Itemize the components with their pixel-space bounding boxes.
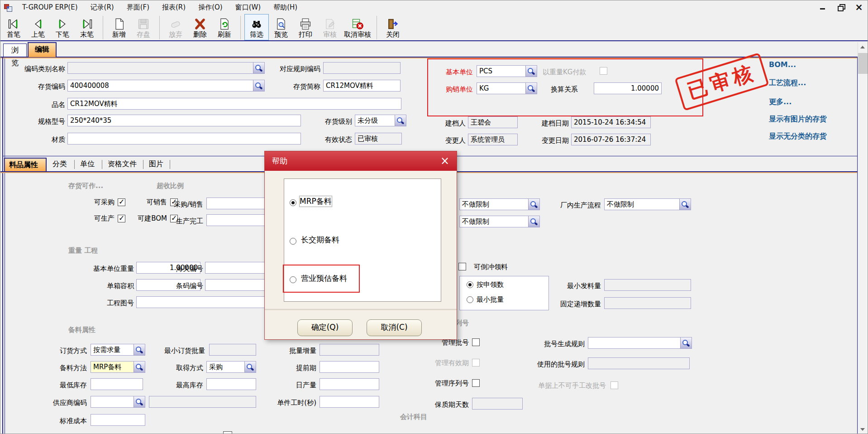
lookup-icon[interactable] (528, 216, 539, 227)
ok-button[interactable]: 确定(Q) (297, 319, 353, 336)
item-short-label: 存货简称 (283, 81, 320, 92)
creator-field: 王碧会 (468, 116, 518, 128)
new-button[interactable]: 新增 (107, 14, 131, 40)
backflush-checkbox[interactable] (458, 263, 466, 270)
purchasable-label: 可采购 (89, 196, 114, 208)
purchasable-checkbox[interactable] (118, 198, 125, 206)
subtab-unit[interactable]: 单位 (76, 158, 99, 171)
producible-checkbox[interactable] (118, 215, 125, 222)
lookup-icon[interactable] (134, 344, 145, 355)
base-unit-field[interactable]: PCS (477, 65, 537, 77)
sales-forecast-prep-radio[interactable] (290, 276, 296, 283)
code-category-field[interactable] (67, 62, 265, 74)
material-label: 材质 (41, 134, 65, 145)
lookup-icon[interactable] (134, 362, 145, 372)
acquire-field[interactable]: 采购 (206, 361, 256, 373)
scroll-down-icon[interactable] (858, 424, 868, 434)
scrollbar-thumb[interactable] (858, 53, 868, 74)
subtab-category[interactable]: 分类 (48, 158, 71, 171)
restore-icon[interactable] (837, 3, 845, 11)
trade-unit-field[interactable]: KG (477, 82, 537, 94)
close-button[interactable]: 关闭 (381, 14, 405, 40)
lookup-icon[interactable] (679, 199, 691, 210)
preview-button[interactable]: 预览 (269, 14, 293, 40)
issue-by-min-radio[interactable] (467, 296, 473, 303)
lookup-icon[interactable] (680, 338, 692, 348)
order-mode-field[interactable]: 按需求量 (91, 344, 145, 356)
menu-report[interactable]: 报表(R) (156, 1, 192, 14)
supplier-field[interactable] (91, 396, 145, 408)
unit-time-field[interactable] (320, 396, 379, 408)
menu-operate[interactable]: 操作(O) (192, 1, 229, 14)
item-code-field[interactable]: 400400008 (67, 80, 265, 92)
max-stock-field[interactable] (206, 378, 256, 390)
restrict-field-2[interactable]: 不做限制 (459, 216, 540, 227)
manage-serial-checkbox[interactable] (472, 379, 480, 387)
lead-time-field[interactable] (320, 361, 379, 373)
batch-rule-field[interactable] (588, 337, 692, 349)
link-bom[interactable]: BOM... (769, 60, 796, 69)
lookup-icon[interactable] (528, 199, 539, 210)
subtab-image[interactable]: 图片 (145, 158, 167, 171)
manage-batch-checkbox[interactable] (472, 338, 480, 346)
over-purchase-label: 采购/销售 (161, 198, 203, 210)
menu-interface[interactable]: 界面(F) (120, 1, 156, 14)
filter-button[interactable]: 筛选 (244, 14, 269, 40)
prep-method-field[interactable]: MRP备料 (91, 361, 145, 373)
long-lead-prep-label[interactable]: 长交期备料 (301, 235, 339, 245)
tab-edit[interactable]: 编辑 (28, 42, 57, 57)
sales-forecast-prep-label[interactable]: 营业预估备料 (301, 273, 347, 284)
link-process-flow[interactable]: 工艺流程... (769, 78, 806, 88)
inv-level-field[interactable]: 未分级 (355, 115, 406, 126)
tab-browse[interactable]: 浏览 (3, 43, 27, 57)
next-record-button[interactable]: 下笔 (50, 14, 75, 40)
lookup-icon[interactable] (253, 80, 264, 91)
issue-by-request-radio[interactable] (467, 281, 473, 288)
first-record-button[interactable]: 首笔 (1, 14, 26, 40)
scroll-up-icon[interactable] (858, 42, 868, 52)
lookup-icon[interactable] (244, 362, 256, 372)
print-button[interactable]: 打印 (293, 14, 318, 40)
help-dialog-title[interactable]: 帮助 (265, 151, 457, 171)
close-window-icon[interactable]: × (855, 3, 863, 11)
menu-help[interactable]: 帮助(H) (267, 1, 304, 14)
restrict-field-1[interactable]: 不做限制 (459, 198, 540, 210)
dialog-close-icon[interactable]: × (439, 155, 451, 168)
long-lead-prep-radio[interactable] (290, 238, 296, 245)
mrp-prep-radio[interactable] (290, 199, 296, 206)
lookup-icon[interactable] (253, 63, 264, 73)
link-more[interactable]: 更多... (769, 97, 792, 107)
conversion-field[interactable]: 1.00000 (594, 82, 662, 94)
minimize-icon[interactable] (819, 3, 827, 11)
link-show-unclassified[interactable]: 显示无分类的存货 (769, 132, 827, 141)
vertical-scrollbar[interactable] (858, 42, 868, 434)
box-volume-label: 单箱容积 (98, 280, 134, 292)
item-name-field[interactable]: CR12MOV精料 (67, 98, 401, 110)
barcode-label: 条码编号 (167, 280, 203, 292)
lead-time-label: 提前期 (290, 362, 316, 374)
mrp-prep-label[interactable]: MRP备料 (300, 196, 332, 207)
daily-output-field[interactable] (320, 378, 379, 390)
delete-button[interactable]: 删除 (188, 14, 212, 40)
menu-record[interactable]: 记录(R) (84, 1, 120, 14)
prev-record-button[interactable]: 上笔 (26, 14, 50, 40)
last-record-button[interactable]: 末笔 (75, 14, 99, 40)
subtab-item-props[interactable]: 料品属性 (4, 158, 47, 171)
item-short-field[interactable]: CR12MOV精料 (323, 80, 401, 92)
spec-field[interactable]: 250*240*35 (67, 115, 301, 126)
factory-flow-field[interactable]: 不做限制 (604, 198, 691, 210)
material-field[interactable] (67, 133, 301, 145)
min-stock-field[interactable] (91, 378, 143, 390)
lookup-icon[interactable] (134, 396, 145, 407)
subtab-qualification[interactable]: 资格文件 (104, 158, 141, 171)
std-cost-field[interactable] (91, 414, 145, 426)
lookup-icon[interactable] (525, 66, 537, 77)
menu-window[interactable]: 窗口(W) (229, 1, 267, 14)
refresh-button[interactable]: 刷新 (212, 14, 237, 40)
menu-app[interactable]: T-GROUP ERP(E) (16, 1, 84, 13)
lookup-icon[interactable] (525, 83, 537, 94)
cancel-audit-button[interactable]: 取消审核 (342, 14, 373, 40)
cancel-button[interactable]: 取消(C) (367, 319, 422, 336)
link-show-with-image[interactable]: 显示有图片的存货 (769, 115, 827, 124)
lookup-icon[interactable] (395, 115, 406, 126)
